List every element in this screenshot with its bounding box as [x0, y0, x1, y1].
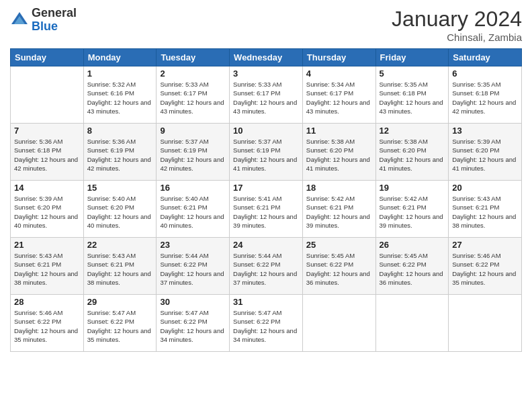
calendar-cell: 26Sunrise: 5:45 AMSunset: 6:22 PMDayligh… [375, 238, 449, 295]
calendar-cell: 3Sunrise: 5:33 AMSunset: 6:17 PMDaylight… [230, 66, 303, 124]
day-number: 29 [87, 297, 153, 307]
week-row-3: 14Sunrise: 5:39 AMSunset: 6:20 PMDayligh… [11, 181, 522, 238]
calendar-cell: 25Sunrise: 5:45 AMSunset: 6:22 PMDayligh… [302, 238, 375, 295]
cell-info: Sunrise: 5:36 AMSunset: 6:19 PMDaylight:… [87, 137, 153, 173]
calendar-cell: 22Sunrise: 5:43 AMSunset: 6:21 PMDayligh… [83, 238, 157, 295]
calendar-cell: 10Sunrise: 5:37 AMSunset: 6:19 PMDayligh… [230, 124, 303, 181]
day-number: 19 [380, 183, 445, 193]
calendar-cell: 19Sunrise: 5:42 AMSunset: 6:21 PMDayligh… [375, 181, 449, 238]
cell-info: Sunrise: 5:37 AMSunset: 6:19 PMDaylight:… [233, 137, 299, 173]
day-number: 11 [306, 126, 372, 136]
cell-info: Sunrise: 5:43 AMSunset: 6:21 PMDaylight:… [87, 251, 153, 287]
calendar-cell: 24Sunrise: 5:44 AMSunset: 6:22 PMDayligh… [230, 238, 303, 295]
header-row: SundayMondayTuesdayWednesdayThursdayFrid… [11, 49, 522, 66]
cell-info: Sunrise: 5:38 AMSunset: 6:20 PMDaylight:… [306, 137, 372, 173]
cell-info: Sunrise: 5:39 AMSunset: 6:20 PMDaylight:… [452, 137, 518, 173]
calendar-cell [375, 295, 449, 352]
cell-info: Sunrise: 5:35 AMSunset: 6:18 PMDaylight:… [452, 80, 518, 116]
day-number: 4 [306, 68, 372, 79]
calendar-cell: 6Sunrise: 5:35 AMSunset: 6:18 PMDaylight… [449, 66, 522, 124]
day-number: 28 [14, 297, 80, 307]
day-header-thursday: Thursday [302, 49, 375, 66]
day-number: 12 [380, 126, 445, 136]
logo-general: General [32, 7, 77, 20]
calendar-cell: 8Sunrise: 5:36 AMSunset: 6:19 PMDaylight… [83, 124, 157, 181]
calendar-cell: 15Sunrise: 5:40 AMSunset: 6:20 PMDayligh… [83, 181, 157, 238]
day-number: 14 [14, 183, 80, 193]
cell-info: Sunrise: 5:34 AMSunset: 6:17 PMDaylight:… [306, 80, 372, 116]
calendar-cell: 9Sunrise: 5:37 AMSunset: 6:19 PMDaylight… [157, 124, 230, 181]
day-header-monday: Monday [83, 49, 157, 66]
calendar-cell [302, 295, 375, 352]
day-number: 21 [14, 240, 80, 250]
calendar-cell: 20Sunrise: 5:43 AMSunset: 6:21 PMDayligh… [449, 181, 522, 238]
calendar-cell: 13Sunrise: 5:39 AMSunset: 6:20 PMDayligh… [449, 124, 522, 181]
logo-icon [10, 11, 29, 30]
day-number: 5 [380, 68, 445, 79]
cell-info: Sunrise: 5:42 AMSunset: 6:21 PMDaylight:… [306, 194, 372, 230]
day-header-tuesday: Tuesday [157, 49, 230, 66]
cell-info: Sunrise: 5:33 AMSunset: 6:17 PMDaylight:… [160, 80, 226, 116]
day-number: 3 [233, 68, 299, 79]
page: General Blue January 2024 Chinsali, Zamb… [0, 0, 532, 411]
day-number: 10 [233, 126, 299, 136]
day-number: 26 [380, 240, 445, 250]
logo: General Blue [10, 7, 77, 34]
day-header-sunday: Sunday [11, 49, 84, 66]
day-header-wednesday: Wednesday [230, 49, 303, 66]
calendar-cell: 14Sunrise: 5:39 AMSunset: 6:20 PMDayligh… [11, 181, 84, 238]
week-row-1: 1Sunrise: 5:32 AMSunset: 6:16 PMDaylight… [11, 66, 522, 124]
week-row-4: 21Sunrise: 5:43 AMSunset: 6:21 PMDayligh… [11, 238, 522, 295]
cell-info: Sunrise: 5:44 AMSunset: 6:22 PMDaylight:… [233, 251, 299, 287]
cell-info: Sunrise: 5:47 AMSunset: 6:22 PMDaylight:… [160, 308, 226, 344]
calendar-cell: 16Sunrise: 5:40 AMSunset: 6:21 PMDayligh… [157, 181, 230, 238]
subtitle: Chinsali, Zambia [392, 32, 522, 43]
calendar-cell: 2Sunrise: 5:33 AMSunset: 6:17 PMDaylight… [157, 66, 230, 124]
cell-info: Sunrise: 5:47 AMSunset: 6:22 PMDaylight:… [233, 308, 299, 344]
cell-info: Sunrise: 5:43 AMSunset: 6:21 PMDaylight:… [452, 194, 518, 230]
day-number: 17 [233, 183, 299, 193]
day-number: 7 [14, 126, 80, 136]
day-number: 16 [160, 183, 226, 193]
calendar-cell: 21Sunrise: 5:43 AMSunset: 6:21 PMDayligh… [11, 238, 84, 295]
calendar-table: SundayMondayTuesdayWednesdayThursdayFrid… [10, 48, 522, 352]
day-number: 1 [87, 68, 153, 79]
calendar-cell: 12Sunrise: 5:38 AMSunset: 6:20 PMDayligh… [375, 124, 449, 181]
title-block: January 2024 Chinsali, Zambia [392, 7, 522, 43]
cell-info: Sunrise: 5:47 AMSunset: 6:22 PMDaylight:… [87, 308, 153, 344]
calendar-cell: 5Sunrise: 5:35 AMSunset: 6:18 PMDaylight… [375, 66, 449, 124]
calendar-cell: 4Sunrise: 5:34 AMSunset: 6:17 PMDaylight… [302, 66, 375, 124]
cell-info: Sunrise: 5:45 AMSunset: 6:22 PMDaylight:… [380, 251, 445, 287]
day-number: 6 [452, 68, 518, 79]
day-number: 9 [160, 126, 226, 136]
day-number: 13 [452, 126, 518, 136]
day-number: 27 [452, 240, 518, 250]
calendar-cell: 18Sunrise: 5:42 AMSunset: 6:21 PMDayligh… [302, 181, 375, 238]
day-number: 8 [87, 126, 153, 136]
cell-info: Sunrise: 5:39 AMSunset: 6:20 PMDaylight:… [14, 194, 80, 230]
cell-info: Sunrise: 5:36 AMSunset: 6:18 PMDaylight:… [14, 137, 80, 173]
cell-info: Sunrise: 5:44 AMSunset: 6:22 PMDaylight:… [160, 251, 226, 287]
cell-info: Sunrise: 5:37 AMSunset: 6:19 PMDaylight:… [160, 137, 226, 173]
week-row-2: 7Sunrise: 5:36 AMSunset: 6:18 PMDaylight… [11, 124, 522, 181]
calendar-cell [449, 295, 522, 352]
calendar-cell: 11Sunrise: 5:38 AMSunset: 6:20 PMDayligh… [302, 124, 375, 181]
day-number: 24 [233, 240, 299, 250]
day-number: 25 [306, 240, 372, 250]
day-header-saturday: Saturday [449, 49, 522, 66]
calendar-cell [11, 66, 84, 124]
day-number: 30 [160, 297, 226, 307]
cell-info: Sunrise: 5:40 AMSunset: 6:20 PMDaylight:… [87, 194, 153, 230]
main-title: January 2024 [392, 7, 522, 32]
cell-info: Sunrise: 5:32 AMSunset: 6:16 PMDaylight:… [87, 80, 153, 116]
cell-info: Sunrise: 5:43 AMSunset: 6:21 PMDaylight:… [14, 251, 80, 287]
calendar-cell: 23Sunrise: 5:44 AMSunset: 6:22 PMDayligh… [157, 238, 230, 295]
week-row-5: 28Sunrise: 5:46 AMSunset: 6:22 PMDayligh… [11, 295, 522, 352]
cell-info: Sunrise: 5:41 AMSunset: 6:21 PMDaylight:… [233, 194, 299, 230]
day-number: 23 [160, 240, 226, 250]
calendar-cell: 31Sunrise: 5:47 AMSunset: 6:22 PMDayligh… [230, 295, 303, 352]
cell-info: Sunrise: 5:45 AMSunset: 6:22 PMDaylight:… [306, 251, 372, 287]
cell-info: Sunrise: 5:38 AMSunset: 6:20 PMDaylight:… [380, 137, 445, 173]
header: General Blue January 2024 Chinsali, Zamb… [10, 7, 522, 43]
logo-text: General Blue [32, 7, 77, 34]
